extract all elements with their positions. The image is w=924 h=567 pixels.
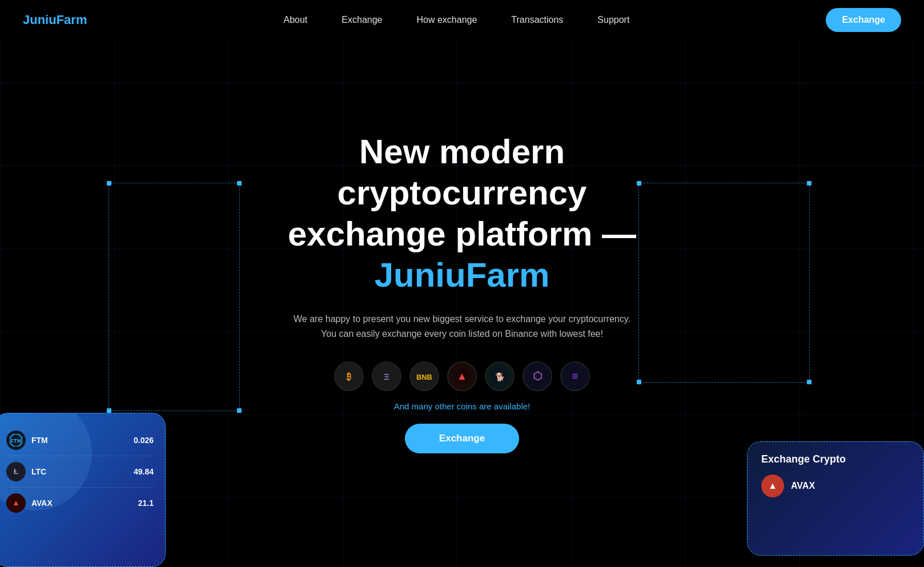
svg-text:⬡: ⬡	[533, 370, 543, 382]
hero-title-line1: New modern cryptocurrency	[338, 132, 587, 212]
svg-text:🐕: 🐕	[495, 372, 505, 382]
svg-text:₿: ₿	[347, 371, 351, 381]
svg-text:Ł: Ł	[14, 467, 18, 476]
svg-text:▲: ▲	[768, 481, 777, 490]
svg-text:▲: ▲	[12, 498, 20, 507]
avax-right-icon: ▲	[761, 474, 784, 497]
hero-subtitle: We are happy to present you new biggest …	[291, 312, 633, 341]
hero-title: New modern cryptocurrency exchange platf…	[239, 131, 685, 296]
many-coins-text: And many other coins are available!	[394, 401, 530, 411]
right-crypto-card: Exchange Crypto ▲ AVAX	[747, 441, 924, 556]
svg-text:Ξ: Ξ	[384, 372, 389, 381]
nav-exchange-button[interactable]: Exchange	[826, 8, 901, 32]
navbar: JuniuFarm About Exchange How exchange Tr…	[0, 0, 924, 40]
hero-exchange-button[interactable]: Exchange	[405, 424, 519, 453]
ftm-icon: FTM	[6, 431, 26, 450]
hero-section: New modern cryptocurrency exchange platf…	[0, 40, 924, 453]
svg-text:BNB: BNB	[416, 373, 432, 381]
coin-eth-icon: Ξ	[372, 361, 401, 391]
nav-about[interactable]: About	[284, 15, 308, 25]
card-row-avax: ▲ AVAX 21.1	[6, 488, 154, 518]
svg-text:▲: ▲	[457, 370, 467, 382]
ltc-symbol: LTC	[31, 467, 46, 476]
svg-text:≡: ≡	[572, 370, 578, 382]
avax-card-icon: ▲	[6, 493, 26, 513]
brand-logo[interactable]: JuniuFarm	[23, 13, 87, 27]
card-row-ftm: FTM FTM 0.026	[6, 425, 154, 456]
nav-how-exchange[interactable]: How exchange	[416, 15, 477, 25]
ltc-value: 49.84	[134, 467, 154, 476]
coin-icons-row: ₿ Ξ BNB ▲ 🐕 ⬡ ≡	[334, 361, 590, 391]
avax-right-symbol: AVAX	[791, 481, 815, 491]
avax-card-value: 21.1	[138, 498, 154, 508]
left-crypto-card: FTM FTM 0.026 Ł LTC 49.84 ▲ AVAX 21.1	[0, 413, 166, 567]
right-card-title: Exchange Crypto	[761, 453, 910, 465]
coin-solana-icon: ≡	[560, 361, 590, 391]
nav-transactions[interactable]: Transactions	[511, 15, 563, 25]
coin-bnb-icon: BNB	[409, 361, 439, 391]
coin-chainlink-icon: ⬡	[523, 361, 552, 391]
card-row-ltc: Ł LTC 49.84	[6, 456, 154, 488]
avax-card-symbol: AVAX	[31, 498, 53, 508]
nav-exchange[interactable]: Exchange	[342, 15, 382, 25]
right-card-coin-row: ▲ AVAX	[761, 474, 910, 497]
svg-text:FTM: FTM	[11, 438, 22, 444]
hero-title-line2: exchange platform —	[288, 215, 636, 253]
ftm-value: 0.026	[134, 436, 154, 445]
ftm-symbol: FTM	[31, 436, 48, 445]
hero-title-brand: JuniuFarm	[375, 256, 550, 294]
coin-avax-icon: ▲	[447, 361, 477, 391]
nav-support[interactable]: Support	[597, 15, 629, 25]
nav-links: About Exchange How exchange Transactions…	[284, 15, 630, 25]
ltc-icon: Ł	[6, 462, 26, 481]
coin-btc-icon: ₿	[334, 361, 364, 391]
coin-babydoge-icon: 🐕	[485, 361, 515, 391]
